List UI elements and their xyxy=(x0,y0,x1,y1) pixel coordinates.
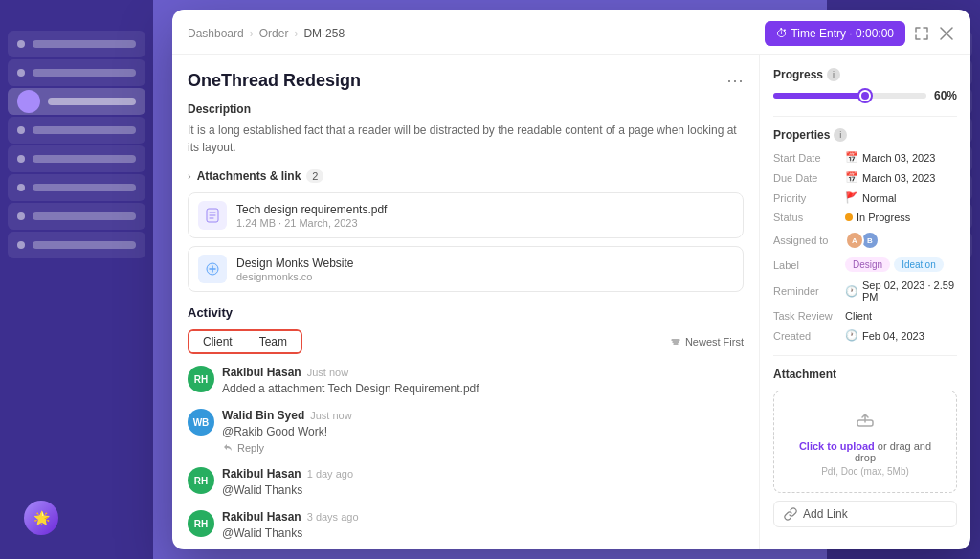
prop-val-priority: 🚩 Normal xyxy=(845,191,896,204)
upload-box[interactable]: Click to upload or drag and drop Pdf, Do… xyxy=(773,391,957,493)
time-entry-button[interactable]: ⏱ Time Entry · 0:00:00 xyxy=(765,21,905,46)
breadcrumb-id: DM-258 xyxy=(303,27,345,40)
comment-header-0: Rakibul Hasan Just now xyxy=(222,366,744,379)
progress-info-icon: i xyxy=(827,68,840,81)
sidebar-item-5[interactable] xyxy=(8,174,145,201)
attachment-section-header: Attachment xyxy=(773,368,957,381)
upload-link[interactable]: Click to upload xyxy=(799,440,875,452)
link-icon xyxy=(198,255,227,283)
comment-author-2: Rakibul Hasan xyxy=(222,467,301,481)
sidebar-avatar xyxy=(17,90,40,113)
attachment-item-link[interactable]: Design Monks Website designmonks.co xyxy=(188,246,744,292)
comment-item-1: WB Walid Bin Syed Just now @Rakib Good W… xyxy=(188,409,744,454)
sidebar-item-label xyxy=(33,241,136,249)
comment-time-0: Just now xyxy=(307,367,348,378)
modal-body: OneThread Redesign ⋯ Description It is a… xyxy=(172,55,970,549)
attachment-info-link: Design Monks Website designmonks.co xyxy=(236,257,733,282)
activity-tabs: Client Team Newest First xyxy=(188,329,744,354)
breadcrumb: Dashboard › Order › DM-258 xyxy=(188,27,345,40)
close-button[interactable] xyxy=(938,25,955,42)
sidebar-icon xyxy=(17,184,25,191)
reply-button[interactable]: Reply xyxy=(222,442,264,454)
sidebar-item-2[interactable] xyxy=(8,59,145,86)
breadcrumb-sep-1: › xyxy=(250,27,254,40)
activity-section: Activity Client Team Newest First xyxy=(188,305,744,549)
user-avatar-circle: 🌟 xyxy=(24,501,58,535)
expand-button[interactable] xyxy=(913,25,930,42)
flag-icon: 🚩 xyxy=(845,191,858,204)
sidebar-icon xyxy=(17,126,25,134)
comment-content-3: Rakibul Hasan 3 days ago @Walid Thanks xyxy=(222,510,744,540)
description-text: It is a long established fact that a rea… xyxy=(188,122,744,156)
activity-title: Activity xyxy=(188,305,744,320)
comment-header-2: Rakibul Hasan 1 day ago xyxy=(222,467,744,481)
reply-label: Reply xyxy=(237,442,264,454)
prop-val-due-date: 📅 March 03, 2023 xyxy=(845,171,935,184)
sidebar-icon xyxy=(17,40,25,48)
prop-row-start-date: Start Date 📅 March 03, 2023 xyxy=(773,151,957,164)
attachment-info-pdf: Tech design requirements.pdf 1.24 MB · 2… xyxy=(236,203,733,229)
prop-row-assigned: Assigned to A B xyxy=(773,231,957,250)
progress-bar-background xyxy=(773,93,926,99)
sidebar-item-label xyxy=(33,40,136,48)
status-dot xyxy=(845,213,853,221)
tab-client[interactable]: Client xyxy=(189,331,246,352)
sidebar-item-label xyxy=(33,126,136,134)
prop-key-status: Status xyxy=(773,212,845,223)
assigned-avatars: A B xyxy=(845,231,880,250)
comment-item-3: RH Rakibul Hasan 3 days ago @Walid Thank… xyxy=(188,510,744,540)
sidebar-item-1[interactable] xyxy=(8,31,145,57)
progress-header: Progress i xyxy=(773,68,957,81)
label-design: Design xyxy=(845,257,890,272)
comment-text-2: @Walid Thanks xyxy=(222,483,744,497)
prop-row-status: Status In Progress xyxy=(773,212,957,223)
attachment-upload-section: Attachment Click to upload or drag and d… xyxy=(773,368,957,527)
attachment-item-pdf[interactable]: Tech design requirements.pdf 1.24 MB · 2… xyxy=(188,192,744,238)
prop-row-created: Created 🕐 Feb 04, 2023 xyxy=(773,329,957,342)
prop-row-task-review: Task Review Client xyxy=(773,310,957,322)
prop-val-label: Design Ideation xyxy=(845,257,944,272)
reply-icon xyxy=(222,442,234,454)
breadcrumb-sep-2: › xyxy=(294,27,298,40)
comment-avatar-3: RH xyxy=(188,510,214,537)
tab-team[interactable]: Team xyxy=(246,331,301,352)
description-label: Description xyxy=(188,102,744,116)
clock-icon: 🕐 xyxy=(845,285,858,298)
pdf-icon xyxy=(198,201,227,230)
comment-text-3: @Walid Thanks xyxy=(222,526,744,540)
add-link-button[interactable]: Add Link xyxy=(773,501,957,527)
attachments-header[interactable]: › Attachments & link 2 xyxy=(188,169,744,183)
sidebar-item-active[interactable] xyxy=(8,88,145,115)
sidebar-item-4[interactable] xyxy=(8,145,145,172)
breadcrumb-dashboard[interactable]: Dashboard xyxy=(188,27,244,40)
prop-key-created: Created xyxy=(773,330,845,342)
bottom-user-avatar[interactable]: 🌟 xyxy=(24,501,58,535)
sidebar-item-label xyxy=(33,69,136,77)
comment-author-1: Walid Bin Syed xyxy=(222,409,304,422)
divider-2 xyxy=(773,355,957,356)
sidebar-item-3[interactable] xyxy=(8,117,145,144)
prop-row-reminder: Reminder 🕐 Sep 02, 2023 · 2.59 PM xyxy=(773,280,957,302)
breadcrumb-order[interactable]: Order xyxy=(259,27,289,40)
link-add-icon xyxy=(784,507,797,521)
attachment-meta-link: designmonks.co xyxy=(236,271,733,282)
sidebar-item-label xyxy=(33,155,136,163)
sidebar-item-7[interactable] xyxy=(8,232,145,258)
prop-val-assigned: A B xyxy=(845,231,880,250)
modal-header: Dashboard › Order › DM-258 ⏱ Time Entry … xyxy=(172,10,970,55)
prop-val-reminder: 🕐 Sep 02, 2023 · 2.59 PM xyxy=(845,280,957,302)
prop-key-assigned: Assigned to xyxy=(773,235,845,246)
comment-header-1: Walid Bin Syed Just now xyxy=(222,409,744,422)
sidebar-item-6[interactable] xyxy=(8,203,145,230)
prop-key-priority: Priority xyxy=(773,192,845,204)
upload-text: Click to upload or drag and drop xyxy=(790,440,941,463)
sidebar-icon xyxy=(17,155,25,163)
more-options-button[interactable]: ⋯ xyxy=(726,70,744,91)
sort-button[interactable]: Newest First xyxy=(670,336,744,347)
prop-row-due-date: Due Date 📅 March 03, 2023 xyxy=(773,171,957,184)
properties-header: Properties i xyxy=(773,128,957,142)
prop-val-status: In Progress xyxy=(845,212,910,223)
properties-label: Properties xyxy=(773,128,830,142)
sidebar-icon xyxy=(17,69,25,77)
comment-item-0: RH Rakibul Hasan Just now Added a attach… xyxy=(188,366,744,395)
